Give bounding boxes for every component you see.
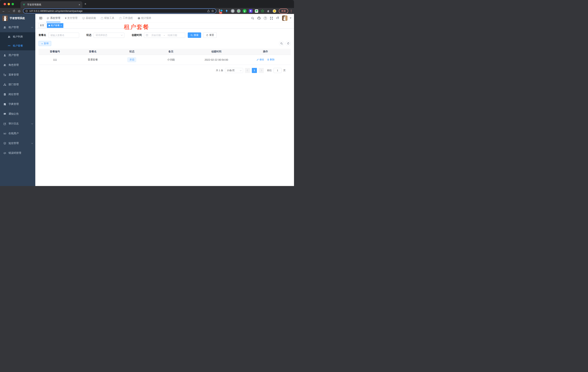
yen-icon: ¥ [65,17,66,20]
nav-item-payment[interactable]: ¥ 支付管理 [63,14,80,22]
share-icon[interactable] [207,10,210,12]
forward-button[interactable]: → [7,10,10,12]
ext-puzzle-icon[interactable] [266,9,271,13]
user-avatar[interactable] [282,15,287,21]
sidebar-item-post-management[interactable]: 岗位管理 [0,89,35,99]
sidebar-item-audit-log[interactable]: 审计日志 [0,119,35,128]
plus-icon: + [41,42,43,45]
site-info-icon[interactable] [25,10,28,12]
table-search-toggle-button[interactable] [279,41,284,46]
search-icon[interactable] [251,17,254,20]
package-name-input[interactable] [48,32,79,38]
chevron-down-icon [121,34,123,36]
edit-link[interactable]: 修改 [257,58,264,61]
back-button[interactable]: ← [2,10,5,12]
window-zoom-button[interactable] [11,3,14,5]
browser-menu-icon[interactable] [291,10,292,12]
goto-page-input[interactable] [273,68,282,73]
dashboard-icon [137,17,140,20]
page-size-select[interactable]: 10条/页 [225,68,243,73]
goto-label: 前往 [267,69,272,72]
add-button[interactable]: + 新增 [39,41,51,46]
cell-create-time: 2022-02-22 00:54:00 [192,55,241,65]
window-controls [4,3,14,5]
ext-tabs-icon[interactable]: 10 [219,9,223,13]
avatar-caret-icon[interactable] [290,18,292,19]
address-bar[interactable]: 127.0.0.1:48080/admin-ui/system/tenant/p… [23,9,216,13]
sidebar-item-sms-management[interactable]: 短信管理 [0,138,35,148]
ext-command-icon[interactable] [231,9,235,13]
nav-item-workflow[interactable]: 工作流程 [117,14,135,22]
tag-tenant-package[interactable]: 租户套餐 × [47,23,63,28]
error-code-icon [3,152,6,154]
chrome-update-button[interactable]: 更新 [279,9,288,14]
sidebar-item-error-code[interactable]: 错误码管理 [0,148,35,158]
reset-button[interactable]: 重置 [203,32,217,38]
fullscreen-icon[interactable] [270,17,273,20]
sidebar-item-menu-management[interactable]: 菜单管理 [0,70,35,80]
table-refresh-button[interactable] [286,41,291,46]
users-icon [3,26,6,29]
sidebar-item-role-management[interactable]: 角色管理 [0,60,35,70]
nav-item-system[interactable]: 系统管理 [44,14,63,22]
tab-close-icon[interactable]: × [79,3,80,6]
sidebar-item-user-management[interactable]: 用户管理 [0,50,35,60]
search-button[interactable]: 搜索 [188,32,201,38]
pencil-icon [257,58,259,61]
sms-shield-icon [3,142,6,145]
nav-item-infrastructure[interactable]: 基础设施 [80,14,98,22]
cell-actions: 修改 删除 [240,55,291,65]
cell-package-id: 111 [39,55,71,65]
sidebar-logo[interactable]: 芋道管理系统 [0,14,35,22]
bookmark-star-icon[interactable] [211,10,214,12]
sidebar-item-tenant-package[interactable]: 租户套餐 [0,41,35,50]
pagination: 共 1 条 10条/页 1 前往 页 [39,68,291,73]
ext-chat-icon[interactable] [254,9,259,13]
sidebar-item-dept-management[interactable]: 部门管理 [0,80,35,89]
ext-emoji-icon[interactable] [273,9,276,13]
ext-shield-icon[interactable] [249,9,252,13]
ext-y-icon[interactable]: y [242,9,247,13]
sidebar-item-tenant-management[interactable]: 租户管理 [0,22,35,32]
trash-icon [267,58,269,61]
logo-rabbit-avatar [2,16,8,21]
home-button[interactable] [18,10,21,12]
new-tab-button[interactable]: + [84,2,86,6]
prev-page-button[interactable] [245,68,250,73]
nav-item-reports[interactable]: 统计报表 [135,14,154,22]
help-icon[interactable]: ? [264,17,267,20]
users-icon [8,35,10,38]
delete-link[interactable]: 删除 [267,58,275,61]
ext-star-icon[interactable] [261,9,264,13]
start-date-input[interactable] [149,34,163,37]
font-size-icon[interactable]: TT [276,16,279,20]
sidebar-item-announcement[interactable]: 通知公告 [0,109,35,119]
sidebar-item-online-users[interactable]: 在线用户 [0,128,35,138]
briefcase-icon [101,17,103,20]
browser-tab[interactable]: 芋道管理系统 × [21,1,82,8]
org-tree-icon [3,83,6,86]
app-root: 芋道管理系统 租户管理 租户列表 租户套餐 用户管理 角色管理 [0,14,294,186]
chevron-down-icon [240,69,242,71]
current-page-button[interactable]: 1 [252,68,257,73]
sidebar-collapse-icon[interactable] [39,17,42,20]
window-close-button[interactable] [4,3,6,5]
nav-item-dev-tools[interactable]: 研发工具 [98,14,117,22]
sidebar-item-dict-management[interactable]: 字典管理 [0,99,35,109]
next-page-button[interactable] [259,68,264,73]
tag-close-icon[interactable]: × [61,24,62,27]
reload-button[interactable] [13,10,15,12]
tag-home[interactable]: 首页 [38,23,46,28]
sidebar: 芋道管理系统 租户管理 租户列表 租户套餐 用户管理 角色管理 [0,14,35,186]
ext-recorder-icon[interactable] [237,9,241,13]
badge-icon [3,93,6,96]
gear-icon [47,17,49,20]
ext-gem-icon[interactable] [225,9,229,13]
cell-remark: 小功能 [149,55,192,65]
sidebar-item-tenant-list[interactable]: 租户列表 [0,32,35,41]
date-range-picker[interactable]: - [144,32,185,38]
end-date-input[interactable] [165,34,179,37]
window-minimize-button[interactable] [8,3,10,5]
github-icon[interactable] [257,16,261,20]
status-select[interactable]: 请选择状态 [94,32,124,38]
